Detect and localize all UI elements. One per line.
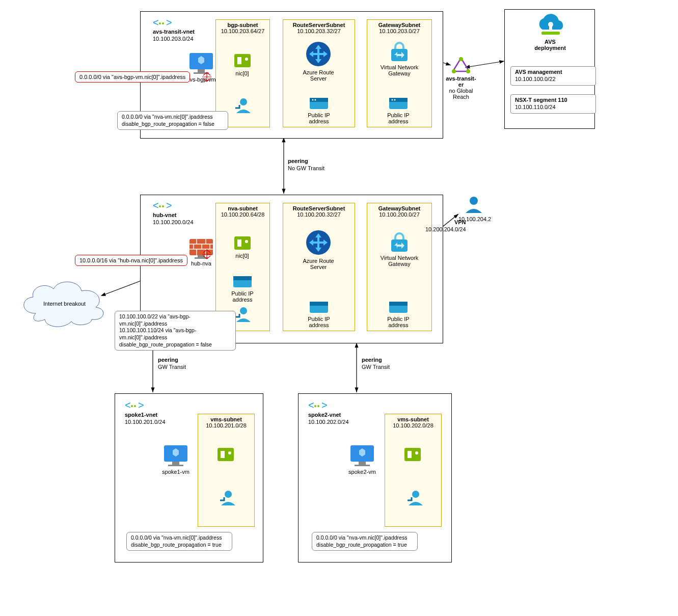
azure-route-server-icon: Azure Route Server <box>301 40 336 82</box>
spoke2-vm-label: spoke2-vm <box>344 469 380 475</box>
spoke1-name: spoke1-vnet <box>125 412 157 418</box>
transit-route-2: 0.0.0.0/0 via "nva-vm.nic[0]".ipaddress … <box>117 111 228 130</box>
spoke1-vm: spoke1-vm <box>158 443 194 475</box>
phs2-title: peering <box>362 357 382 363</box>
s2l2: disable_bgp_route_propagation = true <box>316 542 407 548</box>
spoke2-name: spoke2-vnet <box>308 412 341 418</box>
spoke2-route: 0.0.0.0/0 via "nva-vm.nic[0]".ipaddress … <box>312 532 418 551</box>
hub-vnet-cidr: 10.100.200.0/24 <box>153 219 194 225</box>
svg-point-78 <box>314 405 316 407</box>
svg-point-9 <box>162 22 164 24</box>
svg-point-32 <box>466 69 470 73</box>
er-note: no Global Reach <box>446 88 476 100</box>
pth-title: peering <box>288 158 308 164</box>
phs2-note: GW Transit <box>362 364 390 370</box>
vng-icon: Virtual Network Gateway <box>380 38 419 76</box>
avs-seg-cidr: 10.100.110.0/24 <box>515 104 556 110</box>
transit-rs-cidr: 10.100.203.32/27 <box>283 28 355 34</box>
svg-point-17 <box>245 58 248 61</box>
svg-text:>: > <box>166 200 172 211</box>
vpn-peer-icon: 10.100.204.2 <box>458 195 489 222</box>
svg-rect-52 <box>234 236 251 250</box>
svg-text:>: > <box>138 399 144 411</box>
svg-rect-84 <box>355 465 370 466</box>
spoke1-vm-label: spoke1-vm <box>158 469 194 475</box>
spoke1-sub-cidr: 10.100.201.0/28 <box>198 422 254 428</box>
transit-vnet-name: avs-transit-vnet <box>153 29 195 35</box>
s1l2: disable_bgp_route_propagation = true <box>131 542 222 548</box>
svg-rect-60 <box>310 302 328 306</box>
pth-note: No GW Transit <box>288 165 324 171</box>
transit-gw-name: GatewaySubnet <box>367 22 431 28</box>
nic-icon-2: nic[0] <box>228 234 256 259</box>
spoke1-route: 0.0.0.0/0 via "nva-vm.nic[0]".ipaddress … <box>126 532 232 551</box>
vpn-subnet: 10.200.204.0/24 <box>425 226 466 232</box>
hub-route-1: 10.0.0.0/16 via "hub-nva.nic[0]".ipaddre… <box>75 255 187 266</box>
spoke2-vm: spoke2-vm <box>344 443 380 475</box>
ars-label: Azure Route Server <box>301 69 336 82</box>
svg-rect-83 <box>359 462 366 465</box>
svg-rect-56 <box>233 276 252 280</box>
transit-vnet-label: avs-transit-vnet 10.100.203.0/24 <box>153 29 195 43</box>
h2l3: disable_bgp_route_propagation = false <box>119 341 212 347</box>
ars-icon-2: Azure Route Server <box>301 228 336 270</box>
svg-text:>: > <box>321 399 328 411</box>
avs-title: AVS deployment <box>534 39 566 51</box>
pip-label-4: Public IP address <box>303 316 335 328</box>
avs-seg: NSX-T segment 110 10.100.110.0/24 <box>510 94 596 114</box>
transit-rs-name: RouteServerSubnet <box>283 22 355 28</box>
managed-identity-icon <box>230 97 255 116</box>
svg-point-30 <box>459 57 463 61</box>
svg-rect-74 <box>221 451 225 458</box>
hub-gw-name: GatewaySubnet <box>367 205 431 211</box>
h2l2: 10.100.100.110/24 via "avs-bgp-vm.nic[0]… <box>119 327 196 340</box>
svg-point-31 <box>452 69 456 73</box>
avs-mgmt: AVS management 10.100.100.0/22 <box>510 66 596 86</box>
spoke2-vms-subnet: vms-subnet 10.100.202.0/28 <box>385 414 442 527</box>
transit-route-1: 0.0.0.0/0 via "avs-bgp-vm.nic[0]".ipaddr… <box>75 71 190 83</box>
svg-text:<: < <box>125 399 131 411</box>
svg-point-66 <box>131 405 133 407</box>
svg-point-38 <box>162 205 164 207</box>
spoke2-sub-cidr: 10.100.202.0/28 <box>385 422 441 428</box>
ars-label-2: Azure Route Server <box>301 258 336 270</box>
svg-text:<: < <box>308 399 314 411</box>
tr2l2: disable_bgp_route_propagation = false <box>122 121 214 127</box>
svg-point-76 <box>225 491 232 498</box>
vng-label-2: Virtual Network Gateway <box>380 255 419 267</box>
svg-point-8 <box>159 22 161 24</box>
spoke2-sub-name: vms-subnet <box>385 416 441 422</box>
pip-icon-5: Public IP address <box>382 301 415 328</box>
hub-rs-name: RouteServerSubnet <box>283 205 355 211</box>
pip-icon-2: Public IP address <box>382 97 415 124</box>
avs-seg-name: NSX-T segment 110 <box>515 97 567 103</box>
svg-point-75 <box>228 451 231 454</box>
svg-point-64 <box>470 197 478 205</box>
svg-text:>: > <box>166 17 172 28</box>
svg-rect-53 <box>237 239 241 247</box>
svg-point-88 <box>412 491 419 498</box>
spoke2-cidr: 10.100.202.0/24 <box>308 419 349 425</box>
peering-transit-hub: peering No GW Transit <box>288 158 324 172</box>
nic-label-2: nic[0] <box>228 253 256 259</box>
pip-icon-3: Public IP address <box>225 275 260 303</box>
phs1-title: peering <box>158 357 178 363</box>
phs1-note: GW Transit <box>158 364 186 370</box>
managed-identity-icon-3 <box>215 489 239 508</box>
nic-icon-4 <box>398 446 426 464</box>
svg-point-79 <box>317 405 319 407</box>
hub-rs-cidr: 10.100.200.32/27 <box>283 211 355 218</box>
avs-mgmt-cidr: 10.100.100.0/22 <box>515 76 556 82</box>
svg-rect-15 <box>234 54 251 67</box>
tr2l1: 0.0.0.0/0 via "nva-vm.nic[0]".ipaddress <box>122 114 212 120</box>
nic-icon: nic[0] <box>228 52 256 76</box>
bgp-subnet-cidr: 10.100.203.64/27 <box>216 28 269 34</box>
svg-point-23 <box>315 99 316 101</box>
pip-label-5: Public IP address <box>382 316 415 328</box>
vpn-label: VPN 10.200.204.0/24 <box>425 219 466 233</box>
svg-point-67 <box>134 405 136 407</box>
transit-gw-cidr: 10.100.203.0/27 <box>367 28 431 34</box>
spoke1-vnet-label: spoke1-vnet 10.100.201.0/24 <box>125 412 166 426</box>
vpn-title: VPN <box>454 219 466 225</box>
pip-label-1: Public IP address <box>303 112 335 124</box>
